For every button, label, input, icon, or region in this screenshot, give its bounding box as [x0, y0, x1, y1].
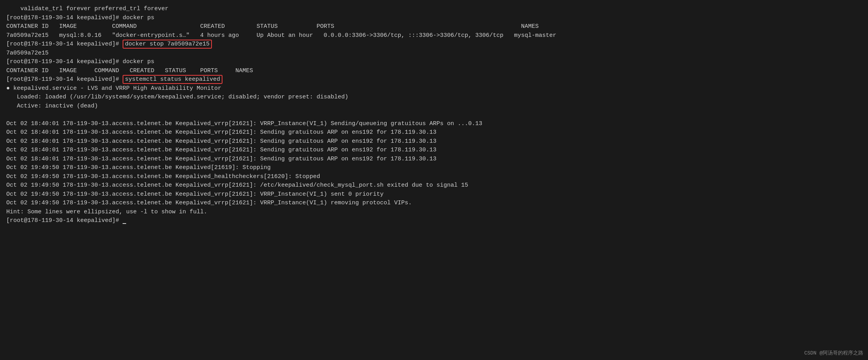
line-log-10: Oct 02 19:49:50 178-119-30-13.access.tel… — [6, 199, 862, 208]
line-stop-prompt: [root@178-119-30-14 keepalived]# docker … — [6, 40, 862, 49]
line-validate: validate_trl forever preferred_trl forev… — [6, 5, 862, 14]
line-log-8: Oct 02 19:49:50 178-119-30-13.access.tel… — [6, 181, 862, 190]
line-log-4: Oct 02 18:40:01 178-119-30-13.access.tel… — [6, 146, 862, 155]
line-final-prompt: [root@178-119-30-14 keepalived]# █ — [6, 216, 862, 225]
line-header: CONTAINER ID IMAGE COMMAND CREATED STATU… — [6, 22, 862, 31]
prompt-text: [root@178-119-30-14 keepalived]# — [6, 41, 123, 47]
watermark: CSDN @阿汤哥的程序之路 — [804, 349, 863, 357]
line-container-row: 7a0509a72e15 mysql:8.0.16 "docker-entryp… — [6, 31, 862, 40]
line-empty-header: CONTAINER ID IMAGE COMMAND CREATED STATU… — [6, 67, 862, 76]
cursor-block: █ — [123, 217, 126, 224]
line-container-id: 7a0509a72e15 — [6, 49, 862, 58]
systemctl-command: systemctl status keepalived — [123, 75, 222, 84]
docker-stop-command: docker stop 7a0509a72e15 — [123, 40, 212, 49]
line-service-title: ● keepalived.service - LVS and VRRP High… — [6, 84, 862, 93]
prompt-text-2: [root@178-119-30-14 keepalived]# — [6, 76, 123, 83]
line-loaded: Loaded: loaded (/usr/lib/systemd/system/… — [6, 93, 862, 102]
empty-line-1 — [6, 111, 862, 120]
line-docker-ps-2: [root@178-119-30-14 keepalived]# docker … — [6, 58, 862, 67]
line-log-9: Oct 02 19:49:50 178-119-30-13.access.tel… — [6, 190, 862, 199]
line-log-3: Oct 02 18:40:01 178-119-30-13.access.tel… — [6, 137, 862, 146]
line-log-2: Oct 02 18:40:01 178-119-30-13.access.tel… — [6, 128, 862, 137]
line-log-5: Oct 02 18:40:01 178-119-30-13.access.tel… — [6, 155, 862, 164]
terminal: validate_trl forever preferred_trl forev… — [6, 5, 862, 225]
line-log-1: Oct 02 18:40:01 178-119-30-13.access.tel… — [6, 120, 862, 129]
line-hint: Hint: Some lines were ellipsized, use -l… — [6, 208, 862, 217]
final-prompt-text: [root@178-119-30-14 keepalived]# — [6, 217, 123, 224]
line-active: Active: inactive (dead) — [6, 102, 862, 111]
line-systemctl-prompt: [root@178-119-30-14 keepalived]# systemc… — [6, 75, 862, 84]
line-docker-ps-cmd: [root@178-119-30-14 keepalived]# docker … — [6, 14, 862, 23]
line-log-7: Oct 02 19:49:50 178-119-30-13.access.tel… — [6, 173, 862, 182]
line-log-6: Oct 02 19:49:50 178-119-30-13.access.tel… — [6, 164, 862, 173]
